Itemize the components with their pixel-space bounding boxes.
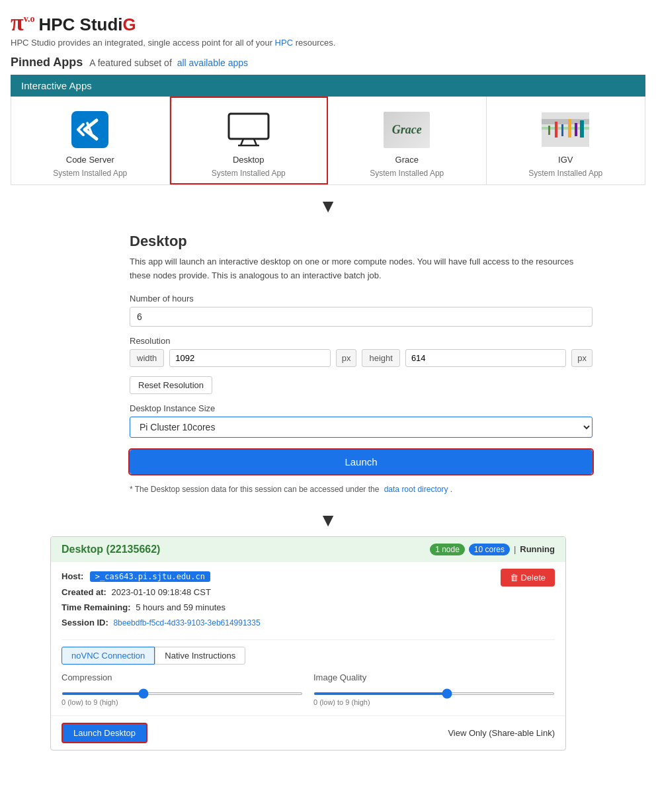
resolution-group: Resolution width px height px: [130, 336, 593, 367]
logo: πv.o HPC StudiG: [11, 11, 136, 35]
delete-label: Delete: [520, 573, 546, 583]
desktop-icon: [222, 110, 275, 149]
resolution-row: width px height px: [130, 349, 593, 367]
badge-separator: |: [514, 544, 516, 554]
quality-slider[interactable]: [313, 692, 555, 695]
svg-rect-9: [561, 124, 563, 136]
data-note-text: * The Desktop session data for this sess…: [130, 485, 379, 494]
svg-rect-11: [575, 123, 577, 136]
quality-slider-wrap: [313, 686, 555, 697]
height-label: height: [362, 349, 399, 367]
all-apps-link[interactable]: all available apps: [177, 58, 248, 68]
app-card-desktop[interactable]: Desktop System Installed App: [170, 97, 329, 184]
svg-rect-1: [229, 114, 268, 139]
hours-label: Number of hours: [130, 294, 593, 304]
reset-group: Reset Resolution: [130, 376, 593, 394]
app-card-grace[interactable]: Grace Grace System Installed App: [328, 97, 487, 184]
app-header: πv.o HPC StudiG: [11, 11, 645, 35]
session-body: Host: >_cas643.pi.sjtu.edu.cn Created at…: [51, 562, 565, 715]
width-unit: px: [336, 349, 357, 367]
hours-input[interactable]: [130, 307, 593, 327]
grace-name: Grace: [395, 155, 419, 165]
pinned-title: Pinned Apps: [11, 56, 83, 69]
svg-rect-10: [568, 119, 571, 138]
badge-node: 1 node: [430, 544, 465, 555]
form-description: This app will launch an interactive desk…: [130, 255, 593, 283]
logo-hpc: HPC StudiG: [38, 15, 136, 35]
pinned-header: Pinned Apps A featured subset of all ava…: [11, 56, 645, 69]
app-card-code-server[interactable]: Code Server System Installed App: [11, 97, 170, 184]
session-id-value[interactable]: 8beebdfb-f5cd-4d33-9103-3eb614991335: [113, 618, 260, 628]
desktop-subtitle: System Installed App: [212, 169, 286, 178]
session-id-row: Session ID: 8beebdfb-f5cd-4d33-9103-3eb6…: [62, 618, 261, 628]
svg-rect-8: [555, 122, 557, 138]
host-row: Host: >_cas643.pi.sjtu.edu.cn: [62, 571, 261, 582]
svg-rect-13: [580, 120, 584, 138]
quality-group: Image Quality 0 (low) to 9 (high): [313, 672, 555, 706]
tab-native[interactable]: Native Instructions: [155, 647, 245, 665]
badge-cores: 10 cores: [469, 544, 510, 555]
height-unit: px: [571, 349, 593, 367]
apps-grid: Code Server System Installed App Desktop…: [11, 97, 645, 185]
hours-group: Number of hours: [130, 294, 593, 327]
host-value: >_cas643.pi.sjtu.edu.cn: [90, 571, 210, 582]
desktop-form: Desktop This app will launch an interact…: [130, 222, 593, 505]
compression-slider[interactable]: [62, 692, 303, 695]
reset-resolution-button[interactable]: Reset Resolution: [130, 376, 212, 394]
grace-subtitle: System Installed App: [370, 169, 444, 178]
badge-running: Running: [520, 544, 555, 554]
compression-group: Compression 0 (low) to 9 (high): [62, 672, 303, 706]
created-row: Created at: 2023-01-10 09:18:48 CST: [62, 587, 261, 597]
data-root-link[interactable]: data root directory: [384, 485, 448, 494]
igv-name: IGV: [558, 155, 573, 165]
resolution-label: Resolution: [130, 336, 593, 346]
width-input[interactable]: [169, 349, 330, 367]
interactive-apps-bar: Interactive Apps: [11, 75, 645, 97]
host-label: Host:: [62, 571, 83, 581]
arrow-down-2: ▼: [11, 510, 645, 531]
desktop-name: Desktop: [233, 155, 265, 165]
delete-button[interactable]: 🗑 Delete: [501, 569, 555, 587]
launch-desktop-button[interactable]: Launch Desktop: [62, 723, 147, 743]
trash-icon: 🗑: [510, 573, 518, 583]
app-card-igv[interactable]: IGV System Installed App: [487, 97, 645, 184]
pinned-subtitle: A featured subset of: [89, 58, 172, 68]
compression-range: 0 (low) to 9 (high): [62, 698, 303, 706]
time-label: Time Remaining:: [62, 602, 131, 612]
created-value: 2023-01-10 09:18:48 CST: [112, 587, 211, 597]
data-root-note: * The Desktop session data for this sess…: [130, 485, 593, 494]
grace-icon: Grace: [380, 110, 433, 149]
hpc-link[interactable]: HPC: [275, 38, 293, 48]
arrow-down-1: ▼: [11, 196, 645, 217]
session-header: Desktop (22135662) 1 node 10 cores | Run…: [51, 537, 565, 562]
logo-pi: πv.o: [11, 11, 34, 34]
compression-label: Compression: [62, 672, 303, 682]
size-label: Desktop Instance Size: [130, 403, 593, 413]
quality-label: Image Quality: [313, 672, 555, 682]
interactive-bar-label: Interactive Apps: [21, 80, 92, 91]
size-select[interactable]: Pi Cluster 10cores Pi Cluster 20cores Pi…: [130, 417, 593, 438]
session-divider: [62, 639, 555, 640]
slider-section: Compression 0 (low) to 9 (high) Image Qu…: [62, 672, 555, 706]
session-id-label: Session ID:: [62, 618, 108, 628]
session-badges: 1 node 10 cores | Running: [430, 544, 555, 555]
time-value: 5 hours and 59 minutes: [136, 602, 226, 612]
igv-icon: [539, 110, 592, 149]
width-label: width: [130, 349, 164, 367]
tab-novnc[interactable]: noVNC Connection: [62, 647, 155, 665]
svg-rect-12: [548, 126, 550, 135]
view-only-link[interactable]: View Only (Share-able Link): [448, 728, 555, 738]
tagline: HPC Studio provides an integrated, singl…: [11, 38, 645, 48]
igv-subtitle: System Installed App: [528, 169, 602, 178]
data-note-end: .: [450, 485, 452, 494]
tabs-row: noVNC Connection Native Instructions: [62, 647, 555, 665]
quality-range: 0 (low) to 9 (high): [313, 698, 555, 706]
launch-button[interactable]: Launch: [130, 450, 593, 474]
height-input[interactable]: [405, 349, 566, 367]
compression-slider-wrap: [62, 686, 303, 697]
session-title: Desktop (22135662): [62, 544, 160, 555]
code-server-name: Code Server: [66, 155, 114, 165]
size-group: Desktop Instance Size Pi Cluster 10cores…: [130, 403, 593, 438]
session-footer: Launch Desktop View Only (Share-able Lin…: [51, 715, 565, 750]
session-card: Desktop (22135662) 1 node 10 cores | Run…: [50, 536, 566, 751]
